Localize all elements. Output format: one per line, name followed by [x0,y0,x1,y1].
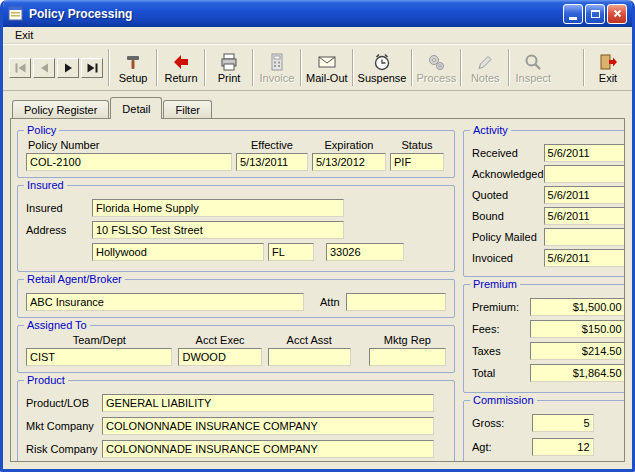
received-label: Received [472,147,518,159]
received-field[interactable]: 5/6/2011 [544,144,625,162]
address-street-field[interactable]: 10 FSLSO Test Street [92,221,344,239]
return-button[interactable]: Return [159,46,203,89]
state-field[interactable]: FL [268,243,314,261]
setup-button[interactable]: Setup [111,46,155,89]
effective-date-field[interactable]: 5/13/2011 [236,153,308,171]
retail-agent-group-caption: Retail Agent/Broker [24,273,125,286]
process-button[interactable]: Process [414,46,460,89]
suspense-label: Suspense [358,72,407,84]
invoice-button[interactable]: Invoice [255,46,299,89]
suspense-button[interactable]: Suspense [355,46,410,89]
insured-group: Insured Insured Florida Home Supply Addr… [17,185,455,272]
attn-field[interactable] [346,293,446,311]
clock-icon [372,52,392,72]
previous-record-icon [39,63,50,73]
invoiced-label: Invoiced [472,252,513,264]
quoted-label: Quoted [472,189,508,201]
return-label: Return [164,72,197,84]
mktg-rep-field[interactable] [369,348,446,366]
toolbar-separator [352,49,354,86]
zip-field[interactable]: 33026 [326,243,404,261]
tab-filter[interactable]: Filter [163,100,211,118]
premium-amount-field[interactable]: $1,500.00 [530,298,625,316]
notes-button[interactable]: Notes [463,46,507,89]
fees-field[interactable]: $150.00 [530,320,625,338]
acct-asst-field[interactable] [268,348,351,366]
taxes-label: Taxes [472,345,501,357]
policy-mailed-label: Policy Mailed [472,231,537,243]
mail-out-button[interactable]: Mail-Out [303,46,351,89]
total-field[interactable]: $1,864.50 [530,364,625,382]
notes-label: Notes [471,72,500,84]
address-label: Address [26,224,92,236]
previous-record-button[interactable] [33,58,55,78]
policy-mailed-field[interactable] [544,228,625,246]
tab-policy-register[interactable]: Policy Register [12,100,109,118]
risk-company-field[interactable]: COLONONNADE INSURANCE COMPANY [102,440,434,458]
next-record-button[interactable] [57,58,79,78]
retail-agent-group: Retail Agent/Broker ABC Insurance Attn [17,279,455,318]
attn-label: Attn [320,296,340,308]
exit-button[interactable]: Exit [586,46,630,89]
toolbar-separator [508,49,510,86]
mkt-company-field[interactable]: COLONONNADE INSURANCE COMPANY [102,417,434,435]
premium-group: Premium Premium: $1,500.00 Fees: $150.00… [463,284,625,393]
record-nav-group [5,46,107,89]
inspect-label: Inspect [516,72,551,84]
exit-label: Exit [599,72,617,84]
policy-number-header: Policy Number [26,139,232,153]
bound-field[interactable]: 5/6/2011 [544,207,625,225]
last-record-button[interactable] [81,58,103,78]
gross-commission-field[interactable]: 5 [532,414,594,432]
assigned-to-group-caption: Assigned To [24,319,90,332]
risk-company-label: Risk Company [26,443,102,455]
mkt-company-label: Mkt Company [26,420,102,432]
bound-label: Bound [472,210,504,222]
acct-asst-header: Acct Asst [268,334,351,348]
expiration-date-field[interactable]: 5/13/2012 [312,153,386,171]
policy-grid: Policy Number Effective Expiration Statu… [26,139,446,171]
acknowledged-field[interactable] [544,165,625,183]
app-icon [8,6,24,22]
activity-group-caption: Activity [470,124,511,137]
gross-label: Gross: [472,417,504,429]
mail-out-label: Mail-Out [306,72,348,84]
first-record-button[interactable] [9,58,31,78]
product-group-caption: Product [24,374,68,387]
detail-tab-panel: Policy Policy Number Effective Expiratio… [10,118,625,462]
acct-exec-header: Acct Exec [179,334,262,348]
product-lob-field[interactable]: GENERAL LIABILITY [102,394,434,412]
city-field[interactable]: Hollywood [92,243,264,261]
agt-commission-field[interactable]: 12 [532,438,594,456]
tab-detail[interactable]: Detail [110,97,162,119]
invoiced-field[interactable]: 5/6/2011 [544,249,625,267]
policy-group: Policy Policy Number Effective Expiratio… [17,130,455,178]
gears-icon [426,52,446,72]
team-dept-field[interactable]: CIST [26,348,172,366]
pencil-icon [475,52,495,72]
close-button[interactable] [607,4,627,24]
red-arrow-icon [171,52,191,72]
window-title: Policy Processing [29,7,561,21]
total-label: Total [472,367,495,379]
maximize-icon [591,10,600,18]
menu-exit[interactable]: Exit [10,28,38,42]
acct-exec-field[interactable]: DWOOD [178,348,261,366]
maximize-button[interactable] [585,4,605,24]
print-label: Print [218,72,241,84]
fees-label: Fees: [472,323,500,335]
inspect-button[interactable]: Inspect [511,46,555,89]
taxes-field[interactable]: $214.50 [530,342,625,360]
insured-name-field[interactable]: Florida Home Supply [92,199,344,217]
toolbar-exit-group: Exit [582,46,630,89]
commission-group: Commission Gross: 5 Agt: 12 [463,400,625,462]
status-field[interactable]: PIF [390,153,444,171]
minimize-button[interactable] [563,4,583,24]
toolbar-separator [300,49,302,86]
retail-agent-field[interactable]: ABC Insurance [26,293,304,311]
quoted-field[interactable]: 5/6/2011 [544,186,625,204]
policy-number-field[interactable]: COL-2100 [26,153,232,171]
insured-group-caption: Insured [24,179,67,192]
product-lob-label: Product/LOB [26,397,102,409]
print-button[interactable]: Print [207,46,251,89]
